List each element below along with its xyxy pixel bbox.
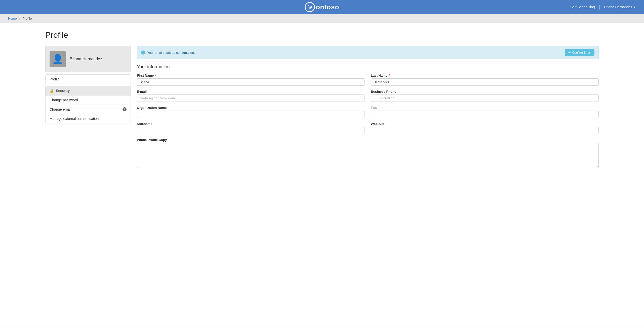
user-card: 👤 Briana Hernandez	[45, 46, 131, 72]
sidebar-security-label: Security	[56, 89, 70, 93]
logo-c-letter: ©	[308, 4, 312, 10]
nickname-label: Nickname	[137, 122, 365, 126]
public-profile-textarea[interactable]	[137, 143, 599, 168]
form-row-nickname-website: Nickname Web Site	[137, 122, 599, 134]
nickname-input[interactable]	[137, 127, 365, 134]
self-scheduling-link[interactable]: Self Scheduling	[570, 5, 595, 9]
avatar-icon: 👤	[52, 54, 63, 64]
sidebar-item-profile[interactable]: Profile	[45, 74, 131, 84]
email-label: E-mail	[137, 90, 365, 94]
sidebar-profile-label: Profile	[50, 77, 60, 81]
change-email-info-icon: i	[123, 107, 127, 111]
change-password-label: Change password	[50, 98, 78, 102]
form-area: i Your email requires confirmation. ✉ Co…	[137, 46, 599, 172]
form-group-nickname: Nickname	[137, 122, 365, 134]
header-divider: |	[599, 5, 600, 10]
sidebar-security-section: 🔒 Security	[45, 86, 131, 96]
form-group-public-profile: Public Profile Copy	[137, 138, 599, 168]
breadcrumb-home[interactable]: Home	[8, 17, 17, 20]
confirm-email-button[interactable]: ✉ Confirm Email	[565, 49, 594, 56]
header-nav: Self Scheduling | Briana Hernandez ▼	[570, 5, 636, 10]
email-envelope-icon: ✉	[568, 51, 571, 54]
form-group-last-name: Last Name *	[371, 74, 599, 86]
user-menu[interactable]: Briana Hernandez ▼	[604, 5, 636, 9]
last-name-input[interactable]	[371, 78, 599, 86]
breadcrumb: Home / Profile	[0, 14, 644, 23]
sidebar-user-name: Briana Hernandez	[70, 57, 102, 61]
form-section-title: Your information	[137, 64, 599, 70]
org-name-label: Organization Name	[137, 106, 365, 110]
breadcrumb-current: Profile	[23, 17, 32, 20]
sidebar-item-manage-auth[interactable]: Manage external authentication	[46, 114, 131, 123]
logo-text: ontoso	[316, 3, 339, 11]
notice-info-icon: i	[141, 51, 145, 55]
email-input[interactable]	[137, 95, 365, 102]
title-input[interactable]	[371, 111, 599, 118]
website-input[interactable]	[371, 127, 599, 134]
form-group-title: Title	[371, 106, 599, 118]
form-group-first-name: First Name *	[137, 74, 365, 86]
business-phone-label: Business Phone	[371, 90, 599, 94]
form-row-public-profile: Public Profile Copy	[137, 138, 599, 168]
form-group-business-phone: Business Phone	[371, 90, 599, 102]
first-name-required: *	[155, 74, 156, 77]
change-email-label: Change email	[50, 107, 71, 111]
logo-circle: ©	[305, 2, 315, 12]
email-notice-message: Your email requires confirmation.	[147, 51, 195, 55]
email-notice-left: i Your email requires confirmation.	[141, 51, 195, 55]
form-group-website: Web Site	[371, 122, 599, 134]
form-row-name: First Name * Last Name *	[137, 74, 599, 86]
business-phone-input[interactable]	[371, 95, 599, 102]
user-dropdown-arrow: ▼	[633, 6, 636, 9]
first-name-label: First Name *	[137, 74, 365, 77]
last-name-label: Last Name *	[371, 74, 599, 77]
avatar: 👤	[50, 51, 66, 67]
sidebar-security-subitems: Change password Change email i Manage ex…	[45, 96, 131, 123]
public-profile-label: Public Profile Copy	[137, 138, 599, 142]
user-name-label: Briana Hernandez	[604, 5, 632, 9]
sidebar-item-change-password[interactable]: Change password	[46, 96, 131, 105]
lock-icon: 🔒	[50, 89, 54, 93]
app-header: © ontoso Self Scheduling | Briana Hernan…	[0, 0, 644, 14]
title-label: Title	[371, 106, 599, 110]
breadcrumb-separator: /	[19, 17, 20, 20]
form-row-org-title: Organization Name Title	[137, 106, 599, 118]
website-label: Web Site	[371, 122, 599, 126]
logo: © ontoso	[305, 2, 339, 12]
main-content: Profile 👤 Briana Hernandez Profile 🔒 Sec…	[0, 23, 644, 326]
content-layout: 👤 Briana Hernandez Profile 🔒 Security Ch…	[45, 46, 599, 172]
manage-auth-label: Manage external authentication	[50, 117, 99, 121]
first-name-input[interactable]	[137, 78, 365, 86]
sidebar: 👤 Briana Hernandez Profile 🔒 Security Ch…	[45, 46, 131, 123]
last-name-required: *	[389, 74, 390, 77]
form-group-org-name: Organization Name	[137, 106, 365, 118]
sidebar-item-change-email[interactable]: Change email i	[46, 105, 131, 114]
org-name-input[interactable]	[137, 111, 365, 118]
confirm-email-label: Confirm Email	[572, 51, 591, 54]
email-notice: i Your email requires confirmation. ✉ Co…	[137, 46, 599, 59]
form-group-email: E-mail	[137, 90, 365, 102]
form-row-email-phone: E-mail Business Phone	[137, 90, 599, 102]
page-title: Profile	[45, 30, 599, 40]
